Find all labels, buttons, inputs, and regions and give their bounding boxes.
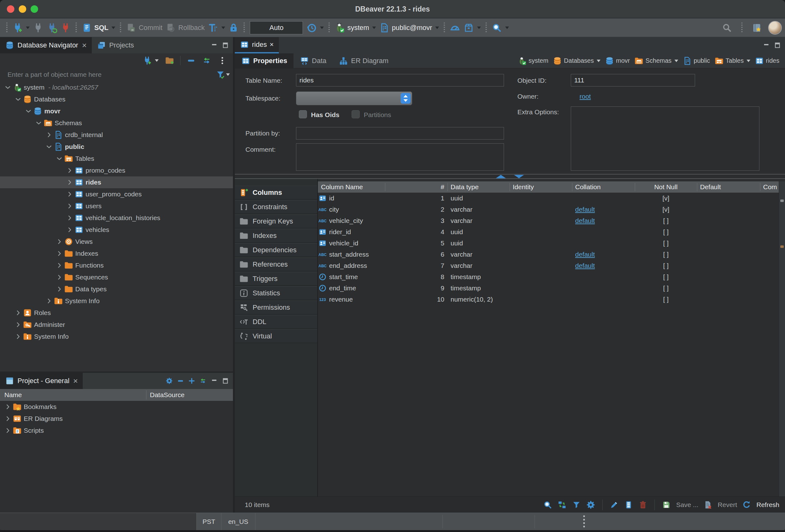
project-item-scripts[interactable]: Scripts xyxy=(0,425,233,436)
chevron-right-icon[interactable] xyxy=(55,250,64,258)
form-grid-splitter[interactable] xyxy=(235,174,785,179)
quick-search-button[interactable] xyxy=(720,23,734,33)
cell-collation[interactable]: default xyxy=(572,260,635,271)
section-tab-references[interactable]: References xyxy=(235,258,317,271)
refresh-button[interactable]: Refresh xyxy=(756,501,779,509)
breadcrumb-system[interactable]: system xyxy=(517,56,548,66)
cell-collation[interactable] xyxy=(572,237,635,249)
grid-row-id[interactable]: id1uuid[v] xyxy=(318,193,779,204)
grid-header-collation[interactable]: Collation xyxy=(572,181,635,193)
chevron-right-icon[interactable] xyxy=(55,273,64,281)
transaction-log-button[interactable] xyxy=(206,23,227,33)
chevron-right-icon[interactable] xyxy=(14,321,22,329)
grid-row-end_time[interactable]: end_time9timestamp[ ] xyxy=(318,282,779,294)
cell-name[interactable]: id xyxy=(318,193,385,204)
collation-link[interactable]: default xyxy=(575,206,595,213)
section-tab-dependencies[interactable]: Dependencies xyxy=(235,243,317,257)
tree-item-vehicle-location-histories[interactable]: vehicle_location_histories xyxy=(0,212,233,224)
revert-button[interactable]: Revert xyxy=(718,501,737,509)
cell-name[interactable]: end_time xyxy=(318,282,385,294)
cell-name[interactable]: vehicle_id xyxy=(318,237,385,249)
has-oids-checkbox[interactable] xyxy=(299,110,307,118)
tree-item-functions[interactable]: Functions xyxy=(0,259,233,271)
tree-item-schemas[interactable]: Schemas xyxy=(0,117,233,129)
tab-project-general[interactable]: Project - General × xyxy=(0,373,83,389)
cell-collation[interactable]: default xyxy=(572,215,635,226)
section-tab-indexes[interactable]: Indexes xyxy=(235,229,317,243)
grid-row-city[interactable]: ABCcity2varchardefault[v] xyxy=(318,204,779,215)
subtab-properties[interactable]: Properties xyxy=(235,53,294,68)
cell-name[interactable]: ABCstart_address xyxy=(318,249,385,260)
section-tab-columns[interactable]: Columns xyxy=(235,186,317,200)
breadcrumb-caret[interactable] xyxy=(597,60,601,62)
close-icon[interactable]: × xyxy=(270,41,274,49)
grid-row-start_address[interactable]: ABCstart_address6varchardefault[ ] xyxy=(318,249,779,260)
grid-header-default[interactable]: Default xyxy=(697,181,760,193)
connection-selector[interactable]: system xyxy=(333,23,378,33)
save-icon[interactable] xyxy=(662,500,671,509)
filter-funnel-icon[interactable] xyxy=(216,70,225,79)
breadcrumb-tables[interactable]: Tables xyxy=(714,56,750,66)
chevron-right-icon[interactable] xyxy=(66,167,74,175)
tree-item-movr[interactable]: movr xyxy=(0,105,233,117)
cell-name[interactable]: 123revenue xyxy=(318,294,385,305)
grid-scrollbar[interactable] xyxy=(779,181,785,497)
edit-icon[interactable] xyxy=(609,500,619,509)
link-with-editor-button[interactable] xyxy=(200,56,213,65)
breadcrumb-caret[interactable] xyxy=(746,60,750,62)
breadcrumb-movr[interactable]: movr xyxy=(605,56,630,66)
cell-collation[interactable] xyxy=(572,271,635,282)
statusbar-drag-handle[interactable] xyxy=(583,515,585,528)
object-filter-input[interactable] xyxy=(7,71,216,79)
nav-new-connection-button[interactable] xyxy=(141,56,160,65)
subtab-er-diagram[interactable]: ER Diagram xyxy=(333,53,395,68)
cell-collation[interactable] xyxy=(572,282,635,294)
grid-header-name[interactable]: Column Name xyxy=(318,181,385,193)
collation-link[interactable]: default xyxy=(575,262,595,269)
cell-name[interactable]: start_time xyxy=(318,271,385,282)
subtab-data[interactable]: Data xyxy=(294,53,333,68)
avatar[interactable] xyxy=(768,21,782,35)
gear-icon[interactable] xyxy=(166,377,173,385)
link-arrows-icon[interactable] xyxy=(199,377,207,385)
tree-item-system-info[interactable]: System Info xyxy=(0,295,233,307)
chevron-right-icon[interactable] xyxy=(66,214,74,222)
chevron-down-icon[interactable] xyxy=(24,107,32,115)
compare-icon[interactable] xyxy=(557,500,567,509)
panel-maximize-icon[interactable] xyxy=(774,42,781,49)
grid-row-revenue[interactable]: 123revenue10numeric(10, 2)[ ] xyxy=(318,294,779,305)
sql-editor-button[interactable]: SQL xyxy=(80,23,117,33)
expand-icon[interactable] xyxy=(188,377,196,385)
grid-header-not_null[interactable]: Not Null xyxy=(635,181,697,193)
dashboard-button[interactable] xyxy=(448,23,462,33)
chevron-right-icon[interactable] xyxy=(4,414,12,423)
grid-row-vehicle_city[interactable]: ABCvehicle_city3varchardefault[ ] xyxy=(318,215,779,226)
chevron-right-icon[interactable] xyxy=(55,261,64,270)
chevron-down-icon[interactable] xyxy=(55,155,64,163)
locale-indicator[interactable]: en_US xyxy=(221,513,255,530)
tree-item-crdb-internal[interactable]: crdb_internal xyxy=(0,129,233,141)
collation-link[interactable]: default xyxy=(575,251,595,258)
tab-database-navigator[interactable]: Database Navigator × xyxy=(0,37,92,53)
tree-item-tables[interactable]: Tables xyxy=(0,153,233,164)
nav-new-folder-button[interactable] xyxy=(163,56,176,65)
rollback-button[interactable]: Rollback xyxy=(164,23,206,33)
revert-icon[interactable] xyxy=(704,500,713,509)
editor-tab-rides[interactable]: rides × xyxy=(235,37,279,53)
expand-up-icon[interactable] xyxy=(496,175,506,178)
panel-minimize-icon[interactable] xyxy=(210,42,218,49)
connect-button[interactable] xyxy=(31,23,45,33)
chevron-right-icon[interactable] xyxy=(45,297,53,305)
object-id-input[interactable] xyxy=(571,74,695,86)
breadcrumb-rides[interactable]: rides xyxy=(755,56,779,66)
view-menu-button[interactable] xyxy=(216,56,229,65)
breadcrumb-caret[interactable] xyxy=(675,60,678,62)
save-button[interactable]: Save ... xyxy=(676,501,698,509)
partition-by-input[interactable] xyxy=(296,127,504,140)
new-connection-button[interactable] xyxy=(10,23,31,33)
cell-collation[interactable]: default xyxy=(572,249,635,260)
panel-maximize-icon[interactable] xyxy=(222,377,229,385)
grid-header-identity[interactable]: Identity xyxy=(510,181,572,193)
chevron-right-icon[interactable] xyxy=(4,427,12,435)
project-item-bookmarks[interactable]: Bookmarks xyxy=(0,401,233,413)
